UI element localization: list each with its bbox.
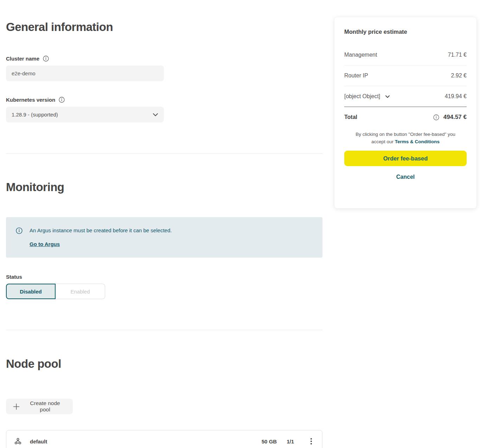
general-information-heading: General information [6, 20, 113, 34]
total-value: 494.57 € [443, 114, 467, 121]
cluster-name-label-row: Cluster name [6, 56, 49, 62]
kubernetes-version-select[interactable]: 1.28.9 - (supported) [6, 107, 164, 122]
go-to-argus-link[interactable]: Go to Argus [30, 241, 60, 247]
price-row-label: Router IP [344, 72, 368, 79]
total-label: Total [344, 114, 357, 120]
terms-prefix: accept our [371, 139, 393, 144]
order-fee-based-button[interactable]: Order fee-based [344, 151, 467, 166]
info-icon[interactable] [59, 97, 65, 103]
monitoring-heading: Monitoring [6, 181, 64, 194]
kubernetes-version-label: Kubernetes version [6, 97, 55, 103]
terms-and-conditions-link[interactable]: Terms & Conditions [395, 139, 440, 144]
cancel-button[interactable]: Cancel [396, 174, 415, 180]
price-row-value: 2.92 € [451, 72, 467, 79]
price-rows: Management 71.71 € Router IP 2.92 € [obj… [344, 45, 467, 127]
price-row-node-pools: [object Object] 419.94 € [344, 86, 467, 107]
kubernetes-version-label-row: Kubernetes version [6, 97, 65, 103]
status-option-enabled[interactable]: Enabled [56, 284, 105, 299]
price-row-expand-toggle[interactable]: [object Object] [344, 93, 390, 100]
price-row-label: [object Object] [344, 93, 380, 100]
info-icon [16, 227, 23, 258]
terms-line1: By clicking on the button "Order fee-bas… [356, 132, 455, 137]
price-row-router-ip: Router IP 2.92 € [344, 65, 467, 86]
kebab-icon [310, 437, 312, 446]
cluster-create-page: General information Cluster name Kuberne… [0, 0, 480, 448]
status-label-row: Status [6, 274, 22, 280]
kubernetes-version-selected-value: 1.28.9 - (supported) [12, 112, 58, 118]
status-label: Status [6, 274, 22, 280]
price-row-label: Management [344, 52, 377, 58]
info-icon[interactable] [43, 56, 49, 62]
plus-icon [13, 403, 20, 410]
monthly-price-estimate-card: Monthly price estimate Management 71.71 … [334, 17, 476, 208]
alert-message: An Argus instance must be created before… [30, 227, 172, 234]
chevron-down-icon [385, 95, 390, 98]
section-divider [6, 153, 322, 154]
create-node-pool-button[interactable]: Create node pool [6, 399, 73, 414]
cluster-name-input[interactable] [6, 65, 164, 81]
info-icon[interactable] [433, 114, 439, 120]
section-divider [6, 330, 322, 330]
create-node-pool-label: Create node pool [24, 400, 66, 413]
node-pool-icon [14, 437, 22, 446]
status-toggle-group: Disabled Enabled [6, 284, 105, 299]
node-pool-node-count: 1/1 [287, 438, 294, 444]
price-total-row: Total 494.57 € [344, 107, 467, 127]
price-row-management: Management 71.71 € [344, 45, 467, 65]
node-pool-row: default 50 GB 1/1 [6, 430, 322, 448]
node-pool-menu-button[interactable] [309, 436, 314, 447]
argus-info-alert: An Argus instance must be created before… [6, 217, 322, 258]
price-row-value: 71.71 € [448, 52, 467, 58]
price-row-value: 419.94 € [445, 93, 467, 100]
node-pool-size: 50 GB [262, 438, 277, 444]
status-option-disabled[interactable]: Disabled [6, 284, 56, 299]
node-pool-row-left: default [14, 437, 262, 446]
terms-text: By clicking on the button "Order fee-bas… [344, 131, 467, 145]
chevron-down-icon [153, 113, 158, 116]
price-card-title: Monthly price estimate [344, 29, 467, 35]
node-pool-name: default [30, 438, 47, 444]
node-pool-heading: Node pool [6, 357, 61, 371]
cluster-name-label: Cluster name [6, 56, 39, 62]
